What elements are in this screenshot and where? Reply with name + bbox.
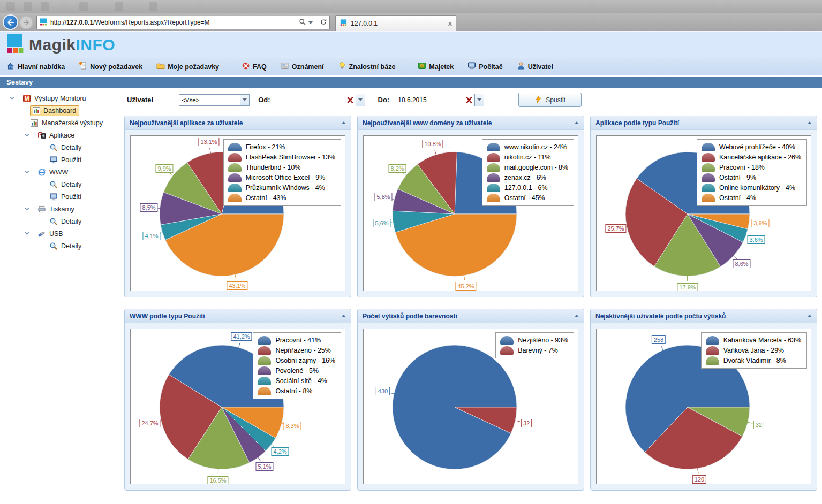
legend-label: Nezjištěno - 93% xyxy=(518,337,568,344)
tree-item-pou-it-[interactable]: Použití xyxy=(0,154,123,166)
tree-item-v-stupy-monitoru[interactable]: MVýstupy Monitoru xyxy=(0,92,123,104)
slice-callout-label: 32 xyxy=(753,421,764,429)
slice-callout-label: 45,2% xyxy=(455,282,476,291)
collapse-chevron-icon[interactable] xyxy=(808,315,812,317)
menu-item-pocitac[interactable]: Počítač xyxy=(467,62,502,72)
back-button[interactable] xyxy=(3,14,18,30)
callout-line xyxy=(402,172,406,175)
address-bar[interactable]: http://127.0.0.1/Webforms/Reports.aspx?R… xyxy=(36,16,330,29)
to-date-clear-icon[interactable] xyxy=(465,96,473,105)
tree-item-detaily[interactable]: Detaily xyxy=(0,141,123,154)
user-filter-value: <Vše> xyxy=(182,97,199,103)
panel-title: Nejpoužívanější aplikace za uživatele xyxy=(130,119,243,127)
refresh-icon[interactable] xyxy=(320,18,327,27)
ie-icon xyxy=(37,168,46,177)
slice-callout-label: 10,8% xyxy=(422,140,443,148)
tree-item-www[interactable]: WWW xyxy=(0,166,123,178)
tree-item-aplikace[interactable]: Aplikace xyxy=(0,129,123,141)
menu-item-majetek[interactable]: Majetek xyxy=(418,62,454,72)
tree-item-tisk-rny[interactable]: Tiskárny xyxy=(0,203,123,215)
menu-item-hlavni-nabidka[interactable]: Hlavní nabídka xyxy=(6,62,65,72)
slice-callout-label: 25,7% xyxy=(605,224,626,233)
tree-item-pou-it-[interactable]: Použití xyxy=(0,190,123,203)
slice-callout-label: 9,9% xyxy=(155,164,173,173)
callout-line xyxy=(169,173,173,176)
panel-title: WWW podle typu Použití xyxy=(130,312,205,320)
collapse-chevron-icon[interactable] xyxy=(808,121,812,124)
legend-row: Osobní zájmy - 16% xyxy=(258,356,335,365)
tree-item-detaily[interactable]: Detaily xyxy=(0,178,123,190)
chart-panel-0: Nejpoužívanější aplikace za uživatele13,… xyxy=(124,116,351,297)
legend-swatch xyxy=(487,194,500,202)
tab-title: 127.0.0.1 xyxy=(351,20,378,27)
search-icon[interactable] xyxy=(299,18,306,27)
panel-header: Nejpoužívanější aplikace za uživatele xyxy=(125,116,351,130)
tree-item-label: Výstupy Monitoru xyxy=(34,95,86,102)
tree-item-detaily[interactable]: Detaily xyxy=(0,215,123,227)
legend-row: 127.0.0.1 - 6% xyxy=(487,184,568,192)
collapse-chevron-icon[interactable] xyxy=(575,315,579,317)
panel-header: WWW podle typu Použití xyxy=(125,309,351,323)
tree-expander-icon[interactable] xyxy=(22,231,31,236)
menu-item-label: Oznámení xyxy=(292,63,324,71)
address-dropdown-icon[interactable] xyxy=(308,21,313,24)
legend-swatch xyxy=(228,163,242,172)
collapse-chevron-icon[interactable] xyxy=(342,315,346,317)
tree-item-mana-ersk-v-stupy[interactable]: Manažerské výstupy xyxy=(0,117,123,129)
legend-label: nikotin.cz - 11% xyxy=(504,154,551,161)
legend-swatch xyxy=(487,163,500,172)
magnifier-icon xyxy=(49,143,58,152)
tree-expander-icon[interactable] xyxy=(22,169,31,175)
usb-icon xyxy=(37,230,46,238)
to-date-picker-icon[interactable] xyxy=(475,94,484,106)
panel-title: Aplikace podle typu Použití xyxy=(595,119,679,127)
legend-swatch xyxy=(500,346,514,355)
section-title: Sestavy xyxy=(0,75,822,88)
chart-panel-3: WWW podle typu Použití41,2%24,7%16,5%5,1… xyxy=(124,309,351,491)
callout-line xyxy=(748,422,753,423)
legend-row: Kancelářské aplikace - 26% xyxy=(702,153,801,162)
panel-title: Nejaktivnější uživatelé podle počtu výti… xyxy=(595,312,726,320)
legend-row: Kahanková Marcela - 63% xyxy=(706,336,801,345)
tree-expander-icon[interactable] xyxy=(7,95,16,101)
callout-line xyxy=(218,469,218,474)
legend-row: Vaňková Jana - 29% xyxy=(706,346,801,355)
menu-item-oznameni[interactable]: Oznámení xyxy=(281,62,324,72)
browser-tab[interactable]: 127.0.0.1 x xyxy=(335,15,456,31)
menu-item-moje-pozadavky[interactable]: Moje požadavky xyxy=(156,62,219,72)
tree-expander-icon[interactable] xyxy=(22,206,31,212)
report-tree: MVýstupy MonitoruDashboardManažerské výs… xyxy=(0,92,123,252)
bulb-icon xyxy=(338,62,346,72)
user-select-caret-icon[interactable] xyxy=(240,95,249,105)
to-date-input[interactable]: 10.6.2015 xyxy=(395,94,475,106)
legend-label: Thunderbird - 10% xyxy=(246,164,301,171)
panel-body: 10,8%8,2%5,8%5,6%45,2%www.nikotin.cz - 2… xyxy=(358,130,584,296)
chart-legend: www.nikotin.cz - 24%nikotin.cz - 11%mail… xyxy=(482,139,574,206)
collapse-chevron-icon[interactable] xyxy=(342,121,346,124)
tree-item-usb[interactable]: USB xyxy=(0,227,123,240)
run-button[interactable]: Spustit xyxy=(518,93,582,107)
forward-button[interactable] xyxy=(19,16,33,29)
menu-item-uzivatel[interactable]: Uživatel xyxy=(517,62,553,72)
from-date-clear-icon[interactable] xyxy=(346,96,354,105)
from-date-picker-icon[interactable] xyxy=(356,94,365,106)
menu-item-faq[interactable]: FAQ xyxy=(242,62,267,72)
tab-close-icon[interactable]: x xyxy=(448,19,452,27)
tree-item-detaily[interactable]: Detaily xyxy=(0,240,123,252)
menu-item-znalostni-baze[interactable]: Znalostní báze xyxy=(338,62,396,72)
tree-expander-icon[interactable] xyxy=(22,132,31,138)
magnifier-icon xyxy=(49,217,58,226)
menu-item-novy-pozadavek[interactable]: Nový požadavek xyxy=(79,62,142,72)
lifebuoy-icon xyxy=(242,62,250,72)
tree-item-label: USB xyxy=(49,230,63,238)
chart-area: 13,1%9,9%8,5%4,1%43,1%Firefox - 21%Flash… xyxy=(130,135,345,291)
tree-item-dashboard[interactable]: Dashboard xyxy=(0,104,123,117)
user-filter-select[interactable]: <Vše> xyxy=(179,94,250,106)
slice-callout-label: 16,5% xyxy=(207,476,228,484)
monitor-m-icon: M xyxy=(22,94,31,103)
legend-swatch xyxy=(258,366,271,375)
user-filter-label: Uživatel xyxy=(127,96,153,104)
from-date-input[interactable] xyxy=(276,94,356,106)
collapse-chevron-icon[interactable] xyxy=(575,121,579,124)
to-date-value: 10.6.2015 xyxy=(398,96,426,104)
